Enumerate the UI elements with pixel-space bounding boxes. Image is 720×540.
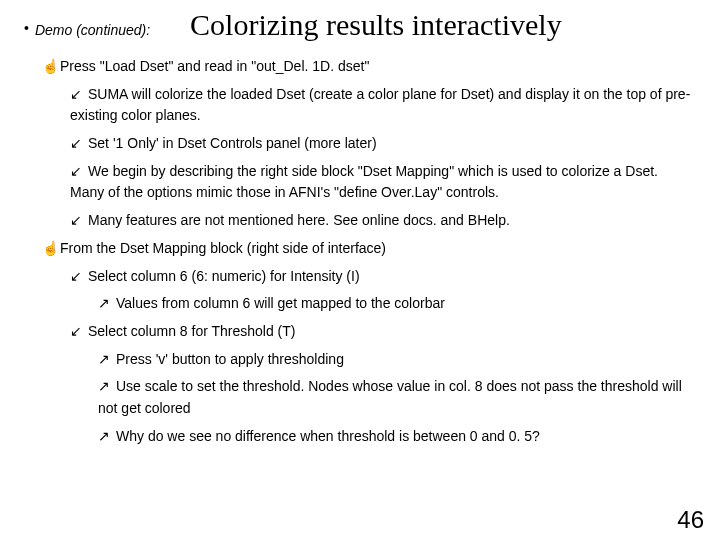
bullet-l1: ☝From the Dset Mapping block (right side… <box>42 238 696 260</box>
arrow-dl-icon: ↙ <box>70 321 88 343</box>
text: From the Dset Mapping block (right side … <box>60 240 386 256</box>
bullet-l2: ↙Select column 6 (6: numeric) for Intens… <box>70 266 696 288</box>
bullet-l1: ☝Press "Load Dset" and read in "out_Del.… <box>42 56 696 78</box>
bullet-l3: ↗Why do we see no difference when thresh… <box>98 426 696 448</box>
arrow-dl-icon: ↙ <box>70 266 88 288</box>
bullet-l2: ↙Select column 8 for Threshold (T) <box>70 321 696 343</box>
arrow-ur-icon: ↗ <box>98 349 116 371</box>
text: Press "Load Dset" and read in "out_Del. … <box>60 58 369 74</box>
arrow-dl-icon: ↙ <box>70 133 88 155</box>
text: Use scale to set the threshold. Nodes wh… <box>98 378 682 416</box>
arrow-dl-icon: ↙ <box>70 84 88 106</box>
slide-title: Colorizing results interactively <box>190 8 562 42</box>
hand-icon: ☝ <box>42 56 60 78</box>
bullet-l3: ↗Use scale to set the threshold. Nodes w… <box>98 376 696 419</box>
bullet-l2: ↙Many features are not mentioned here. S… <box>70 210 696 232</box>
text: SUMA will colorize the loaded Dset (crea… <box>70 86 690 124</box>
arrow-ur-icon: ↗ <box>98 426 116 448</box>
text: Values from column 6 will get mapped to … <box>116 295 445 311</box>
text: We begin by describing the right side bl… <box>70 163 658 201</box>
bullet-l2: ↙We begin by describing the right side b… <box>70 161 696 204</box>
arrow-ur-icon: ↗ <box>98 376 116 398</box>
page-number: 46 <box>677 506 704 534</box>
text: Select column 8 for Threshold (T) <box>88 323 296 339</box>
bullet-l2: ↙SUMA will colorize the loaded Dset (cre… <box>70 84 696 127</box>
demo-label: Demo (continued): <box>35 22 150 38</box>
bullet-icon: • <box>24 20 29 36</box>
hand-icon: ☝ <box>42 238 60 260</box>
text: Select column 6 (6: numeric) for Intensi… <box>88 268 360 284</box>
text: Set '1 Only' in Dset Controls panel (mor… <box>88 135 377 151</box>
arrow-dl-icon: ↙ <box>70 210 88 232</box>
slide: • Demo (continued): Colorizing results i… <box>0 0 720 540</box>
slide-body: ☝Press "Load Dset" and read in "out_Del.… <box>24 56 696 447</box>
bullet-l3: ↗Values from column 6 will get mapped to… <box>98 293 696 315</box>
bullet-l3: ↗Press 'v' button to apply thresholding <box>98 349 696 371</box>
text: Why do we see no difference when thresho… <box>116 428 540 444</box>
bullet-l2: ↙Set '1 Only' in Dset Controls panel (mo… <box>70 133 696 155</box>
title-row: • Demo (continued): Colorizing results i… <box>24 8 696 42</box>
text: Press 'v' button to apply thresholding <box>116 351 344 367</box>
arrow-dl-icon: ↙ <box>70 161 88 183</box>
arrow-ur-icon: ↗ <box>98 293 116 315</box>
text: Many features are not mentioned here. Se… <box>88 212 510 228</box>
